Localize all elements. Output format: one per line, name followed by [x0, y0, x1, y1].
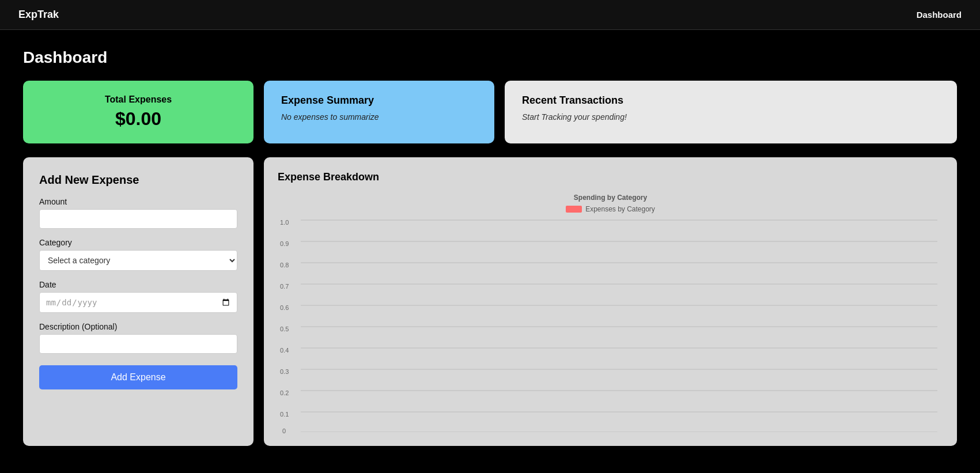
chart-wrapper: Spending by Category Expenses by Categor…: [278, 194, 943, 432]
chart-header: Spending by Category: [278, 194, 943, 202]
category-group: Category Select a category Food Transpor…: [39, 238, 237, 271]
description-label: Description (Optional): [39, 322, 237, 331]
y-axis-label-00: 0: [282, 427, 286, 434]
chart-card: Expense Breakdown Spending by Category E…: [264, 157, 957, 446]
amount-label: Amount: [39, 197, 237, 206]
legend-label-text: Expenses by Category: [585, 205, 655, 213]
description-input[interactable]: [39, 334, 237, 354]
category-select[interactable]: Select a category Food Transport Enterta…: [39, 250, 237, 271]
expense-summary-title: Expense Summary: [281, 94, 477, 107]
y-axis-label-01: 0.1: [280, 411, 289, 418]
add-expense-card: Add New Expense Amount Category Select a…: [23, 157, 253, 446]
expense-summary-card: Expense Summary No expenses to summarize: [264, 81, 494, 143]
legend-color-swatch: [566, 206, 582, 213]
chart-svg: [301, 219, 937, 432]
category-label: Category: [39, 238, 237, 247]
chart-grid-area: 1.0 0.9 0.8 0.7 0.6 0.5 0.4 0.3 0.2 0.1 …: [301, 219, 937, 432]
navbar: ExpTrak Dashboard: [0, 0, 980, 30]
top-cards: Total Expenses $0.00 Expense Summary No …: [23, 81, 957, 143]
chart-legend: Expenses by Category: [278, 205, 943, 213]
total-expenses-label: Total Expenses: [105, 94, 172, 105]
recent-transactions-text: Start Tracking your spending!: [522, 112, 940, 122]
recent-transactions-title: Recent Transactions: [522, 94, 940, 107]
expense-summary-text: No expenses to summarize: [281, 112, 477, 122]
total-expenses-card: Total Expenses $0.00: [23, 81, 253, 143]
y-axis-label-02: 0.2: [280, 389, 289, 396]
bottom-row: Add New Expense Amount Category Select a…: [23, 157, 957, 446]
page-title: Dashboard: [23, 48, 957, 67]
total-expenses-amount: $0.00: [115, 108, 161, 130]
date-label: Date: [39, 280, 237, 289]
date-input[interactable]: [39, 292, 237, 313]
y-axis-label-09: 0.9: [280, 240, 289, 247]
add-expense-title: Add New Expense: [39, 173, 237, 187]
page-content: Dashboard Total Expenses $0.00 Expense S…: [0, 30, 980, 464]
y-axis-label-07: 0.7: [280, 283, 289, 290]
amount-input[interactable]: [39, 209, 237, 229]
recent-transactions-card: Recent Transactions Start Tracking your …: [505, 81, 957, 143]
description-group: Description (Optional): [39, 322, 237, 354]
y-axis-label-08: 0.8: [280, 262, 289, 268]
chart-title: Expense Breakdown: [278, 171, 943, 183]
add-expense-button[interactable]: Add Expense: [39, 365, 237, 389]
navbar-brand: ExpTrak: [18, 9, 59, 21]
date-group: Date: [39, 280, 237, 313]
y-axis-label-05: 0.5: [280, 326, 289, 332]
y-axis-label-06: 0.6: [280, 304, 289, 311]
y-axis-label-10: 1.0: [280, 219, 289, 226]
amount-group: Amount: [39, 197, 237, 229]
y-axis-label-03: 0.3: [280, 368, 289, 375]
y-axis-label-04: 0.4: [280, 347, 289, 354]
navbar-dashboard-link[interactable]: Dashboard: [917, 10, 962, 20]
